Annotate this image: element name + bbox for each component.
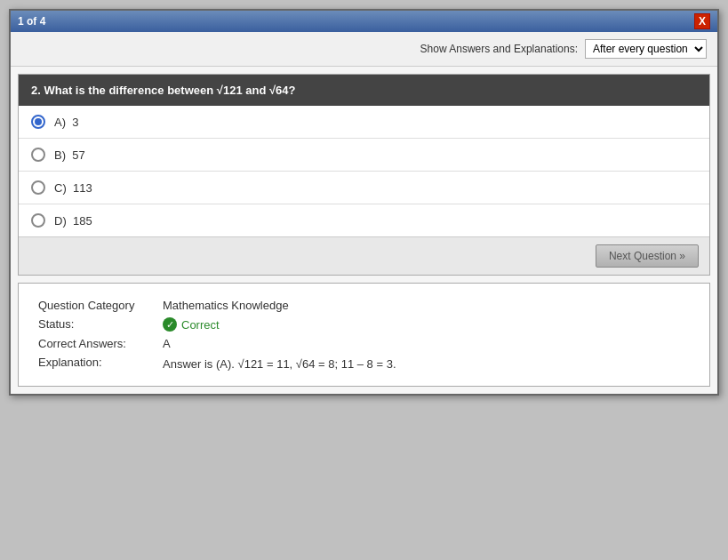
option-row-a[interactable]: A) 3 <box>19 106 709 139</box>
option-row-d[interactable]: D) 185 <box>19 204 709 236</box>
radio-d[interactable] <box>31 213 45 228</box>
category-label: Question Category <box>33 296 157 315</box>
category-value: Mathematics Knowledge <box>157 296 695 315</box>
explanation-label: Explanation: <box>33 353 157 373</box>
radio-a[interactable] <box>31 115 45 129</box>
explanation-content: Answer is (A). √121 = 11, √64 = 8; 11 – … <box>163 357 690 371</box>
radio-b[interactable] <box>31 148 45 162</box>
option-label-c: C) 113 <box>54 181 92 195</box>
correct-answers-label: Correct Answers: <box>33 334 157 353</box>
status-correct-indicator: ✓ Correct <box>163 317 690 332</box>
option-row-b[interactable]: B) 57 <box>19 139 709 172</box>
toolbar: Show Answers and Explanations: After eve… <box>11 32 717 67</box>
title-bar: 1 of 4 X <box>11 11 717 32</box>
category-row: Question Category Mathematics Knowledge <box>33 296 695 315</box>
status-cell: ✓ Correct <box>157 315 695 334</box>
option-label-a: A) 3 <box>54 116 78 129</box>
next-button-area: Next Question » <box>19 236 709 275</box>
question-section: 2. What is the difference between √121 a… <box>18 74 710 276</box>
title-text: 1 of 4 <box>18 15 45 28</box>
main-content: 2. What is the difference between √121 a… <box>11 67 717 394</box>
correct-answers-row: Correct Answers: A <box>33 334 695 353</box>
explanation-text: Answer is (A). √121 = 11, √64 = 8; 11 – … <box>157 353 695 373</box>
radio-c[interactable] <box>31 180 45 195</box>
explanation-detail: Answer is (A). √121 = 11, √64 = 8; 11 – … <box>163 357 396 371</box>
options-area: A) 3 B) 57 C) 113 D) 185 <box>19 106 709 236</box>
info-section: Question Category Mathematics Knowledge … <box>18 283 710 387</box>
info-table: Question Category Mathematics Knowledge … <box>33 296 695 373</box>
show-answers-dropdown[interactable]: After every question After all questions… <box>585 39 707 59</box>
next-question-button[interactable]: Next Question » <box>596 244 699 268</box>
option-label-d: D) 185 <box>54 214 92 228</box>
status-row: Status: ✓ Correct <box>33 315 695 334</box>
close-button[interactable]: X <box>694 13 710 29</box>
question-header: 2. What is the difference between √121 a… <box>19 75 709 106</box>
option-label-b: B) 57 <box>54 148 85 162</box>
main-window: 1 of 4 X Show Answers and Explanations: … <box>9 9 719 396</box>
question-number: 2. <box>31 84 41 97</box>
explanation-row: Explanation: Answer is (A). √121 = 11, √… <box>33 353 695 373</box>
option-row-c[interactable]: C) 113 <box>19 172 709 204</box>
show-answers-label: Show Answers and Explanations: <box>420 43 578 55</box>
correct-icon: ✓ <box>163 317 177 332</box>
correct-answers-value: A <box>157 334 695 353</box>
status-label: Status: <box>33 315 157 334</box>
status-value: Correct <box>181 318 220 332</box>
question-text: What is the difference between √121 and … <box>44 84 295 97</box>
